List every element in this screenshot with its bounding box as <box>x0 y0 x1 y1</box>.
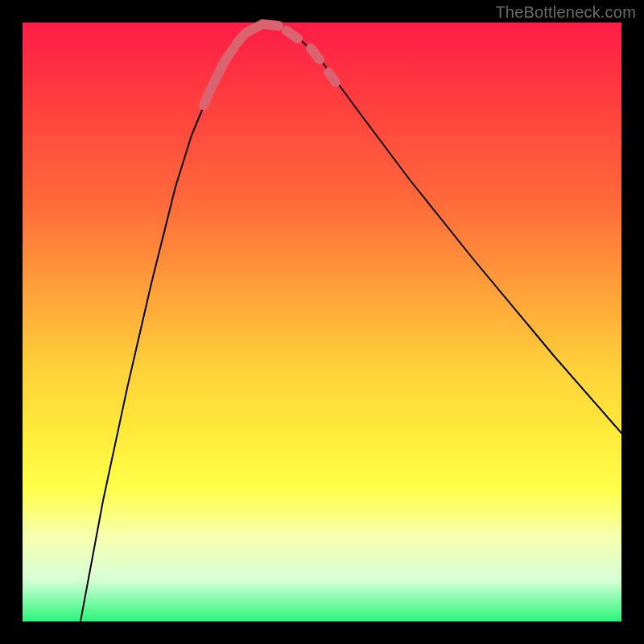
pink-markers <box>204 24 336 105</box>
bottleneck-curve <box>80 24 621 621</box>
pink-marker-segment <box>311 48 320 60</box>
pink-marker-segment <box>204 89 211 105</box>
watermark-text: TheBottleneck.com <box>495 3 636 22</box>
chart-frame: TheBottleneck.com <box>0 0 644 644</box>
pink-marker-segment <box>328 72 336 82</box>
pink-marker-segment <box>262 24 279 26</box>
pink-marker-segment <box>287 31 298 39</box>
pink-marker-segment <box>227 48 233 58</box>
curve-layer <box>23 23 621 621</box>
pink-marker-segment <box>247 26 259 32</box>
plot-area <box>23 23 621 621</box>
